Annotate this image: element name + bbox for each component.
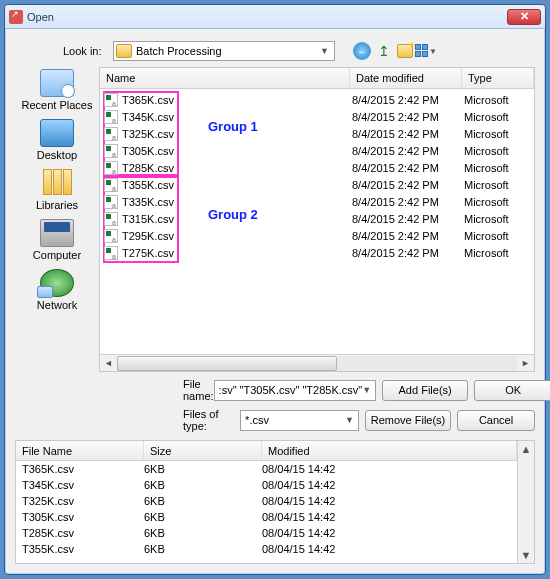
cancel-button[interactable]: Cancel bbox=[457, 410, 535, 431]
file-type: Microsoft bbox=[464, 247, 509, 259]
selected-file-row[interactable]: T305K.csv6KB08/04/15 14:42 bbox=[16, 509, 517, 525]
view-menu-button[interactable]: ▼ bbox=[417, 42, 435, 60]
col-type[interactable]: Type bbox=[462, 68, 534, 88]
file-rows-container: Group 1 Group 2 T365K.csv8/4/2015 2:42 P… bbox=[100, 89, 534, 354]
file-date: 8/4/2015 2:42 PM bbox=[352, 111, 464, 123]
place-recent[interactable]: Recent Places bbox=[19, 69, 95, 111]
file-date: 8/4/2015 2:42 PM bbox=[352, 128, 464, 140]
open-dialog: Open ✕ Look in: Batch Processing ▼ ← ↥ ▼ bbox=[4, 4, 546, 575]
csv-file-icon bbox=[104, 93, 118, 107]
libraries-icon bbox=[40, 169, 74, 197]
place-network[interactable]: Network bbox=[19, 269, 95, 311]
new-folder-button[interactable] bbox=[397, 44, 413, 58]
sel-file-size: 6KB bbox=[144, 463, 262, 475]
sel-file-name: T305K.csv bbox=[22, 511, 144, 523]
lower-col-size[interactable]: Size bbox=[144, 441, 262, 460]
selected-file-row[interactable]: T345K.csv6KB08/04/15 14:42 bbox=[16, 477, 517, 493]
csv-file-icon bbox=[104, 195, 118, 209]
csv-file-icon bbox=[104, 229, 118, 243]
file-type: Microsoft bbox=[464, 128, 509, 140]
sel-file-size: 6KB bbox=[144, 543, 262, 555]
group1-label: Group 1 bbox=[208, 119, 258, 134]
sel-file-modified: 08/04/15 14:42 bbox=[262, 543, 335, 555]
sel-file-modified: 08/04/15 14:42 bbox=[262, 495, 335, 507]
file-date: 8/4/2015 2:42 PM bbox=[352, 247, 464, 259]
app-icon bbox=[9, 10, 23, 24]
file-type: Microsoft bbox=[464, 213, 509, 225]
desktop-icon bbox=[40, 119, 74, 147]
file-type: Microsoft bbox=[464, 196, 509, 208]
csv-file-icon bbox=[104, 212, 118, 226]
chevron-down-icon: ▼ bbox=[345, 415, 354, 425]
add-files-button[interactable]: Add File(s) bbox=[382, 380, 468, 401]
sel-file-size: 6KB bbox=[144, 527, 262, 539]
file-date: 8/4/2015 2:42 PM bbox=[352, 179, 464, 191]
back-button[interactable]: ← bbox=[353, 42, 371, 60]
selected-file-row[interactable]: T355K.csv6KB08/04/15 14:42 bbox=[16, 541, 517, 557]
sel-file-modified: 08/04/15 14:42 bbox=[262, 527, 335, 539]
place-libraries[interactable]: Libraries bbox=[19, 169, 95, 211]
csv-file-icon bbox=[104, 161, 118, 175]
selected-file-row[interactable]: T365K.csv6KB08/04/15 14:42 bbox=[16, 461, 517, 477]
scroll-right-icon[interactable]: ► bbox=[517, 358, 534, 368]
recent-places-icon bbox=[40, 69, 74, 97]
csv-file-icon bbox=[104, 178, 118, 192]
computer-icon bbox=[40, 219, 74, 247]
sel-file-name: T345K.csv bbox=[22, 479, 144, 491]
file-type: Microsoft bbox=[464, 111, 509, 123]
file-date: 8/4/2015 2:42 PM bbox=[352, 230, 464, 242]
selected-file-row[interactable]: T325K.csv6KB08/04/15 14:42 bbox=[16, 493, 517, 509]
folder-icon bbox=[116, 44, 132, 58]
file-type: Microsoft bbox=[464, 179, 509, 191]
lookin-dropdown[interactable]: Batch Processing ▼ bbox=[113, 41, 335, 61]
sel-file-size: 6KB bbox=[144, 495, 262, 507]
csv-file-icon bbox=[104, 127, 118, 141]
col-date[interactable]: Date modified bbox=[350, 68, 462, 88]
group2-label: Group 2 bbox=[208, 207, 258, 222]
csv-file-icon bbox=[104, 110, 118, 124]
ok-button[interactable]: OK bbox=[474, 380, 550, 401]
scroll-up-icon[interactable]: ▲ bbox=[521, 443, 532, 455]
place-computer[interactable]: Computer bbox=[19, 219, 95, 261]
sel-file-modified: 08/04/15 14:42 bbox=[262, 463, 335, 475]
sel-file-name: T285K.csv bbox=[22, 527, 144, 539]
window-title: Open bbox=[27, 11, 54, 23]
file-type: Microsoft bbox=[464, 162, 509, 174]
chevron-down-icon: ▼ bbox=[317, 46, 332, 56]
lower-col-filename[interactable]: File Name bbox=[16, 441, 144, 460]
lookin-value: Batch Processing bbox=[136, 45, 222, 57]
col-name[interactable]: Name bbox=[100, 68, 350, 88]
csv-file-icon bbox=[104, 144, 118, 158]
places-bar: Recent Places Desktop Libraries Computer… bbox=[15, 67, 99, 432]
sel-file-modified: 08/04/15 14:42 bbox=[262, 479, 335, 491]
selected-files-list: File Name Size Modified T365K.csv6KB08/0… bbox=[15, 440, 535, 564]
place-desktop[interactable]: Desktop bbox=[19, 119, 95, 161]
sel-file-name: T355K.csv bbox=[22, 543, 144, 555]
file-type: Microsoft bbox=[464, 145, 509, 157]
scroll-down-icon[interactable]: ▼ bbox=[521, 549, 532, 561]
lookin-label: Look in: bbox=[63, 45, 113, 57]
sel-file-name: T365K.csv bbox=[22, 463, 144, 475]
horiz-scrollbar[interactable]: ◄ ► bbox=[100, 354, 534, 371]
network-icon bbox=[40, 269, 74, 297]
titlebar[interactable]: Open ✕ bbox=[5, 5, 545, 29]
selected-file-row[interactable]: T285K.csv6KB08/04/15 14:42 bbox=[16, 525, 517, 541]
remove-files-button[interactable]: Remove File(s) bbox=[365, 410, 451, 431]
sel-file-size: 6KB bbox=[144, 479, 262, 491]
file-date: 8/4/2015 2:42 PM bbox=[352, 196, 464, 208]
sel-file-modified: 08/04/15 14:42 bbox=[262, 511, 335, 523]
file-list: Name Date modified Type Group 1 Group 2 … bbox=[99, 67, 535, 372]
close-button[interactable]: ✕ bbox=[507, 9, 541, 25]
file-date: 8/4/2015 2:42 PM bbox=[352, 213, 464, 225]
filetype-label: Files of type: bbox=[183, 408, 240, 432]
file-type: Microsoft bbox=[464, 94, 509, 106]
lower-col-modified[interactable]: Modified bbox=[262, 441, 517, 460]
filetype-combobox[interactable]: *.csv ▼ bbox=[240, 410, 359, 431]
filename-combobox[interactable]: :sv" "T305K.csv" "T285K.csv" ▼ bbox=[214, 380, 377, 401]
scroll-left-icon[interactable]: ◄ bbox=[100, 358, 117, 368]
up-folder-button[interactable]: ↥ bbox=[375, 42, 393, 60]
vert-scrollbar[interactable]: ▲ ▼ bbox=[517, 441, 534, 563]
file-date: 8/4/2015 2:42 PM bbox=[352, 162, 464, 174]
file-date: 8/4/2015 2:42 PM bbox=[352, 94, 464, 106]
sel-file-name: T325K.csv bbox=[22, 495, 144, 507]
